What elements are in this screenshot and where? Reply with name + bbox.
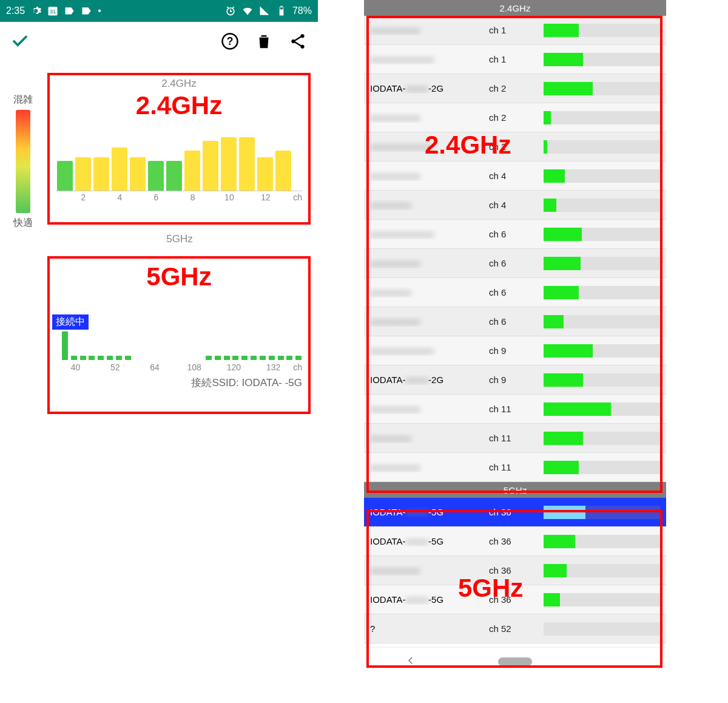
signal-bar	[544, 228, 660, 241]
wifi-ssid: xxxxxxxxxxx	[370, 565, 483, 576]
wifi-row[interactable]: xxxxxxxxxxxxxxch 9	[364, 336, 666, 365]
nav-back-button[interactable]	[405, 655, 416, 668]
wifi-ssid: xxxxxxxxxxx	[370, 404, 483, 414]
wifi-icon	[241, 5, 254, 17]
bar-ch12	[257, 157, 273, 191]
wifi-channel: ch 6	[489, 258, 538, 268]
signal-bar	[544, 564, 660, 577]
bar5-ch104	[215, 356, 221, 360]
signal-bar	[544, 315, 660, 328]
signal-bar	[544, 506, 660, 519]
wifi-row[interactable]: xxxxxxxxxxxch 11	[364, 395, 666, 424]
android-statusbar: 2:35 31 • 78%	[0, 0, 318, 22]
help-button[interactable]: ?	[221, 32, 239, 50]
signal-bar	[544, 461, 660, 474]
wifi-row[interactable]: xxxxxxxxxxxch 11	[364, 453, 666, 482]
chart-5ghz-box: 5GHz 接続中 405264108120132ch 接続SSID: IODAT…	[47, 256, 311, 414]
signal-bar	[544, 344, 660, 358]
bar5-ch44	[80, 356, 86, 360]
svg-rect-5	[280, 7, 283, 9]
wifi-list-5ghz[interactable]: IODATA-xxxxx-5Gch 36IODATA-xxxxx-5Gch 36…	[364, 498, 666, 644]
signal-bar	[544, 402, 660, 416]
bar5-ch52	[98, 356, 104, 360]
signal-bar	[544, 169, 660, 183]
wifi-row[interactable]: ?ch 52	[364, 614, 666, 644]
wifi-channel: ch 2	[489, 141, 538, 152]
signal-bar	[544, 286, 660, 299]
wifi-ssid: IODATA-xxxxx-5G	[370, 594, 483, 605]
wifi-channel: ch 6	[489, 229, 538, 239]
legend-bottom-label: 快適	[13, 217, 33, 229]
wifi-row[interactable]: IODATA-xxxxx-5Gch 36	[364, 585, 666, 614]
wifi-ssid: xxxxxxxxxxx	[370, 258, 483, 268]
chart-24ghz-label: 2.4GHz	[56, 78, 302, 90]
wifi-row[interactable]: xxxxxxxxxxxch 6	[364, 307, 666, 336]
nav-home-button[interactable]	[498, 657, 532, 666]
bar5-ch56	[107, 356, 113, 360]
phone-left: 2:35 31 • 78% ?	[0, 0, 318, 420]
signal-bar	[544, 257, 660, 270]
wifi-row[interactable]: xxxxxxxxxxxxxxch 2	[364, 132, 666, 161]
wifi-row[interactable]: xxxxxxxxxch 6	[364, 278, 666, 307]
bar5-ch40	[71, 356, 77, 360]
bar5-ch36	[62, 331, 68, 360]
wifi-channel: ch 4	[489, 171, 538, 181]
bar5-ch108	[224, 356, 230, 360]
wifi-list-24ghz[interactable]: xxxxxxxxxxxch 1xxxxxxxxxxxxxxch 1IODATA-…	[364, 16, 666, 482]
share-button[interactable]	[289, 32, 307, 50]
wifi-row[interactable]: xxxxxxxxxxxch 2	[364, 103, 666, 132]
wifi-row[interactable]: IODATA-xxxxx-5Gch 36	[364, 527, 666, 556]
signal-bar	[544, 432, 660, 445]
wifi-ssid: xxxxxxxxxxxxxx	[370, 54, 483, 64]
signal-bar	[544, 373, 660, 387]
svg-text:31: 31	[50, 8, 56, 15]
svg-rect-4	[280, 6, 282, 7]
wifi-channel: ch 11	[489, 433, 538, 443]
chart-5ghz-bars: 接続中	[56, 296, 302, 360]
wifi-row[interactable]: IODATA-xxxxx-5Gch 36	[364, 498, 666, 527]
wifi-row[interactable]: IODATA-xxxxx-2Gch 9	[364, 365, 666, 395]
confirm-button[interactable]	[11, 32, 29, 50]
section-header-5ghz: 5GHz	[364, 482, 666, 498]
wifi-row[interactable]: xxxxxxxxxxxch 1	[364, 16, 666, 45]
wifi-row[interactable]: xxxxxxxxxxxxxxch 6	[364, 220, 666, 249]
status-battery-pct: 78%	[292, 5, 312, 16]
legend-gradient	[16, 110, 30, 213]
bar-ch2	[75, 157, 91, 191]
status-dot: •	[98, 5, 101, 16]
wifi-channel: ch 36	[489, 565, 538, 576]
annotation-24ghz: 2.4GHz	[56, 91, 302, 120]
wifi-row[interactable]: xxxxxxxxxxxxxxch 1	[364, 45, 666, 74]
wifi-row[interactable]: xxxxxxxxxch 11	[364, 424, 666, 453]
wifi-channel: ch 52	[489, 623, 538, 634]
bar-ch6	[148, 161, 164, 191]
delete-button[interactable]	[255, 32, 273, 50]
wifi-row[interactable]: xxxxxxxxxxxch 4	[364, 161, 666, 191]
wifi-channel: ch 1	[489, 54, 538, 64]
wifi-ssid: xxxxxxxxx	[370, 433, 483, 443]
wifi-ssid: xxxxxxxxxxx	[370, 316, 483, 327]
wifi-channel: ch 6	[489, 287, 538, 297]
battery-icon	[275, 5, 288, 17]
wifi-ssid: xxxxxxxxxxxxxx	[370, 141, 483, 152]
wifi-row[interactable]: xxxxxxxxxch 4	[364, 191, 666, 220]
signal-icon	[258, 5, 271, 17]
chart-24ghz-xaxis: 24681012ch	[56, 191, 302, 203]
wifi-ssid: xxxxxxxxxxx	[370, 462, 483, 472]
wifi-row[interactable]: xxxxxxxxxxxch 36	[364, 556, 666, 585]
signal-bar	[544, 111, 660, 124]
wifi-ssid: xxxxxxxxxxxxxx	[370, 229, 483, 239]
wifi-ssid: IODATA-xxxxx-5G	[370, 536, 483, 546]
wifi-channel: ch 36	[489, 536, 538, 546]
wifi-ssid: IODATA-xxxxx-2G	[370, 375, 483, 385]
wifi-row[interactable]: xxxxxxxxxxxch 6	[364, 249, 666, 278]
wifi-row[interactable]: IODATA-xxxxx-2Gch 2	[364, 74, 666, 103]
signal-bar	[544, 199, 660, 212]
bar-ch9	[203, 141, 218, 191]
wifi-channel: ch 6	[489, 316, 538, 327]
bar5-ch124	[260, 356, 266, 360]
svg-text:?: ?	[227, 35, 234, 47]
bar-ch10	[221, 137, 237, 191]
wifi-ssid: xxxxxxxxx	[370, 200, 483, 210]
phone-right: 2.4GHz xxxxxxxxxxxch 1xxxxxxxxxxxxxxch 1…	[364, 0, 666, 675]
